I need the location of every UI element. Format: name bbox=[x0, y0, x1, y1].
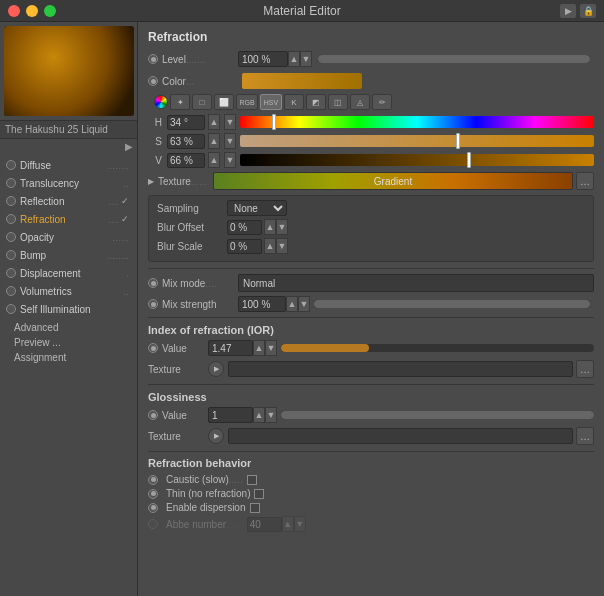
arrow-icon[interactable]: ▶ bbox=[560, 4, 576, 18]
lock-icon[interactable]: 🔒 bbox=[580, 4, 596, 18]
enable-dispersion-checkbox[interactable] bbox=[250, 503, 260, 513]
blur-scale-input[interactable] bbox=[227, 239, 262, 254]
color-tool-wheel[interactable] bbox=[154, 95, 168, 109]
glossiness-value-input[interactable] bbox=[208, 407, 253, 423]
radio-mix-strength[interactable] bbox=[148, 299, 158, 309]
sidebar-item-volumetrics[interactable]: Volumetrics .. bbox=[0, 282, 137, 300]
blur-offset-step-down[interactable]: ▼ bbox=[276, 219, 288, 235]
ior-step-up[interactable]: ▲ bbox=[253, 340, 265, 356]
hue-step-up[interactable]: ▲ bbox=[208, 114, 220, 130]
caustic-checkbox[interactable] bbox=[247, 475, 257, 485]
val-step-up[interactable]: ▲ bbox=[208, 152, 220, 168]
sidebar-item-preview[interactable]: Preview ... bbox=[8, 335, 137, 350]
blur-offset-input[interactable] bbox=[227, 220, 262, 235]
hue-input[interactable] bbox=[167, 115, 205, 130]
color-tool-save[interactable]: ◬ bbox=[350, 94, 370, 110]
sidebar-item-displacement[interactable]: Displacement . bbox=[0, 264, 137, 282]
hue-step-down[interactable]: ▼ bbox=[224, 114, 236, 130]
color-tool-rgb[interactable]: RGB bbox=[236, 94, 258, 110]
sidebar-item-advanced[interactable]: Advanced bbox=[8, 320, 137, 335]
glossiness-texture-slot[interactable] bbox=[228, 428, 573, 444]
radio-enable-dispersion[interactable] bbox=[148, 503, 158, 513]
level-input[interactable] bbox=[238, 51, 288, 67]
blur-scale-step-down[interactable]: ▼ bbox=[276, 238, 288, 254]
value-input-hsv[interactable] bbox=[167, 153, 205, 168]
titlebar: Material Editor ▶ 🔒 bbox=[0, 0, 604, 22]
sat-step-up[interactable]: ▲ bbox=[208, 133, 220, 149]
val-step-down[interactable]: ▼ bbox=[224, 152, 236, 168]
radio-caustic[interactable] bbox=[148, 475, 158, 485]
mix-strength-slider[interactable] bbox=[314, 300, 590, 308]
sat-step-down[interactable]: ▼ bbox=[224, 133, 236, 149]
ior-texture-play[interactable]: ▶ bbox=[208, 361, 224, 377]
gradient-label: Gradient bbox=[374, 176, 412, 187]
channel-label-reflection: Reflection bbox=[20, 196, 108, 207]
saturation-slider[interactable] bbox=[240, 135, 594, 147]
mix-strength-step-up[interactable]: ▲ bbox=[286, 296, 298, 312]
ior-texture-more[interactable]: … bbox=[576, 360, 594, 378]
glossiness-texture-play[interactable]: ▶ bbox=[208, 428, 224, 444]
minimize-button[interactable] bbox=[26, 5, 38, 17]
radio-glossiness-value[interactable] bbox=[148, 410, 158, 420]
color-tool-spectrum[interactable]: ✦ bbox=[170, 94, 190, 110]
sampling-select[interactable]: None bbox=[227, 200, 287, 216]
ior-value-input[interactable] bbox=[208, 340, 253, 356]
abbe-input[interactable] bbox=[247, 517, 282, 532]
texture-more-button[interactable]: … bbox=[576, 172, 594, 190]
color-tool-hsv[interactable]: HSV bbox=[260, 94, 282, 110]
saturation-input[interactable] bbox=[167, 134, 205, 149]
abbe-step-up[interactable]: ▲ bbox=[282, 516, 294, 532]
sidebar-item-refraction[interactable]: Refraction .... ✓ bbox=[0, 210, 137, 228]
color-swatch[interactable] bbox=[242, 73, 362, 89]
glossiness-texture-more[interactable]: … bbox=[576, 427, 594, 445]
level-step-down[interactable]: ▼ bbox=[300, 51, 312, 67]
ior-texture-row: Texture ▶ … bbox=[148, 360, 594, 378]
gradient-button[interactable]: Gradient bbox=[213, 172, 573, 190]
sidebar-item-assignment[interactable]: Assignment bbox=[8, 350, 137, 365]
sidebar-item-diffuse[interactable]: Diffuse ........ bbox=[0, 156, 137, 174]
level-slider[interactable] bbox=[318, 55, 590, 63]
color-tool-eyedropper[interactable]: ✏ bbox=[372, 94, 392, 110]
glossiness-step-down[interactable]: ▼ bbox=[265, 407, 277, 423]
glossiness-step-up[interactable]: ▲ bbox=[253, 407, 265, 423]
thin-checkbox[interactable] bbox=[254, 489, 264, 499]
sampling-label: Sampling bbox=[157, 203, 227, 214]
radio-color[interactable] bbox=[148, 76, 158, 86]
sidebar-item-self-illumination[interactable]: Self Illumination bbox=[0, 300, 137, 318]
mix-strength-step-down[interactable]: ▼ bbox=[298, 296, 310, 312]
mix-strength-input[interactable] bbox=[238, 296, 286, 312]
radio-abbe[interactable] bbox=[148, 519, 158, 529]
color-tool-picker[interactable]: ⬜ bbox=[214, 94, 234, 110]
radio-thin[interactable] bbox=[148, 489, 158, 499]
hue-slider[interactable] bbox=[240, 116, 594, 128]
color-tool-mixer[interactable]: ◩ bbox=[306, 94, 326, 110]
blur-scale-step-up[interactable]: ▲ bbox=[264, 238, 276, 254]
sidebar-item-opacity[interactable]: Opacity ...... bbox=[0, 228, 137, 246]
sidebar-item-bump[interactable]: Bump ........ bbox=[0, 246, 137, 264]
hue-row: H ▲ ▼ bbox=[148, 114, 594, 130]
sidebar-item-reflection[interactable]: Reflection .... ✓ bbox=[0, 192, 137, 210]
blur-offset-step-up[interactable]: ▲ bbox=[264, 219, 276, 235]
level-label-text: Level bbox=[162, 54, 186, 65]
radio-ior-value[interactable] bbox=[148, 343, 158, 353]
caustic-dots: ..... bbox=[229, 474, 243, 485]
glossiness-slider[interactable] bbox=[281, 411, 594, 419]
mix-mode-select[interactable]: Normal Multiply Add Screen bbox=[238, 274, 594, 292]
radio-mix-mode[interactable] bbox=[148, 278, 158, 288]
ior-slider[interactable] bbox=[281, 344, 594, 352]
value-slider[interactable] bbox=[240, 154, 594, 166]
ior-step-down[interactable]: ▼ bbox=[265, 340, 277, 356]
color-row: Color ... bbox=[148, 72, 594, 90]
level-step-up[interactable]: ▲ bbox=[288, 51, 300, 67]
traffic-lights bbox=[8, 5, 56, 17]
sidebar-item-translucency[interactable]: Translucency .. bbox=[0, 174, 137, 192]
radio-level[interactable] bbox=[148, 54, 158, 64]
channel-label-translucency: Translucency bbox=[20, 178, 123, 189]
ior-texture-slot[interactable] bbox=[228, 361, 573, 377]
abbe-step-down[interactable]: ▼ bbox=[294, 516, 306, 532]
close-button[interactable] bbox=[8, 5, 20, 17]
color-tool-swatches[interactable]: □ bbox=[192, 94, 212, 110]
maximize-button[interactable] bbox=[44, 5, 56, 17]
color-tool-history[interactable]: ◫ bbox=[328, 94, 348, 110]
color-tool-k[interactable]: K bbox=[284, 94, 304, 110]
